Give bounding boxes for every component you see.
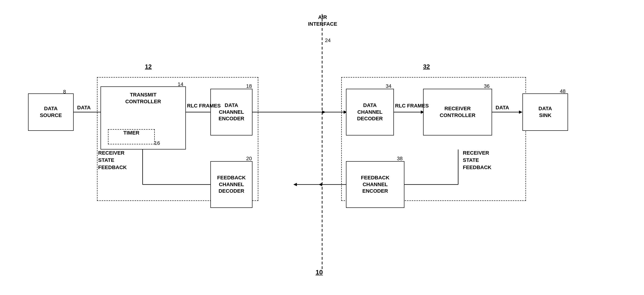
rlc-frames-label-right: RLC FRAMES (395, 103, 429, 109)
timer-block: TIMER (108, 129, 155, 144)
data-source-ref: 8 (63, 89, 66, 95)
data-source-block: DATASOURCE (28, 93, 74, 131)
svg-marker-6 (322, 110, 326, 114)
feedback-channel-encoder-ref: 38 (397, 156, 402, 162)
transmit-controller-block: TRANSMITCONTROLLER TIMER (100, 86, 186, 149)
feedback-channel-decoder-block: FEEDBACKCHANNELDECODER (210, 161, 252, 208)
feedback-channel-decoder-ref: 20 (246, 156, 252, 162)
svg-marker-19 (293, 183, 297, 186)
transmit-controller-ref: 14 (178, 81, 183, 87)
data-sink-ref: 48 (560, 88, 566, 94)
diagram-arrows (0, 0, 644, 295)
receiver-controller-ref: 36 (484, 83, 490, 89)
feedback-channel-encoder-block: FEEDBACKCHANNELENCODER (346, 161, 404, 208)
data-label-right: DATA (496, 105, 509, 111)
diagram-container: 12 32 AIRINTERFACE 24 DATASOURCE 8 TRANS… (0, 0, 644, 295)
air-interface-ref: 24 (325, 37, 330, 43)
group-32-label: 32 (423, 63, 430, 70)
data-label-left: DATA (77, 105, 91, 111)
data-channel-decoder-block: DATACHANNELDECODER (346, 89, 394, 135)
data-channel-decoder-ref: 34 (386, 83, 391, 89)
data-sink-block: DATASINK (522, 93, 568, 131)
diagram-ref-label: 10 (316, 269, 323, 276)
data-channel-encoder-ref: 18 (246, 83, 252, 89)
receiver-controller-block: RECEIVERCONTROLLER (423, 89, 492, 135)
svg-marker-17 (318, 183, 322, 186)
group-12-label: 12 (145, 63, 152, 70)
receiver-state-feedback-left: RECEIVERSTATEFEEDBACK (98, 149, 127, 171)
timer-ref: 16 (154, 140, 160, 146)
data-channel-encoder-block: DATACHANNELENCODER (210, 89, 252, 135)
air-interface-label: AIRINTERFACE (299, 14, 346, 27)
receiver-state-feedback-right: RECEIVERSTATEFEEDBACK (463, 149, 491, 171)
rlc-frames-label-left: RLC FRAMES (187, 103, 221, 109)
